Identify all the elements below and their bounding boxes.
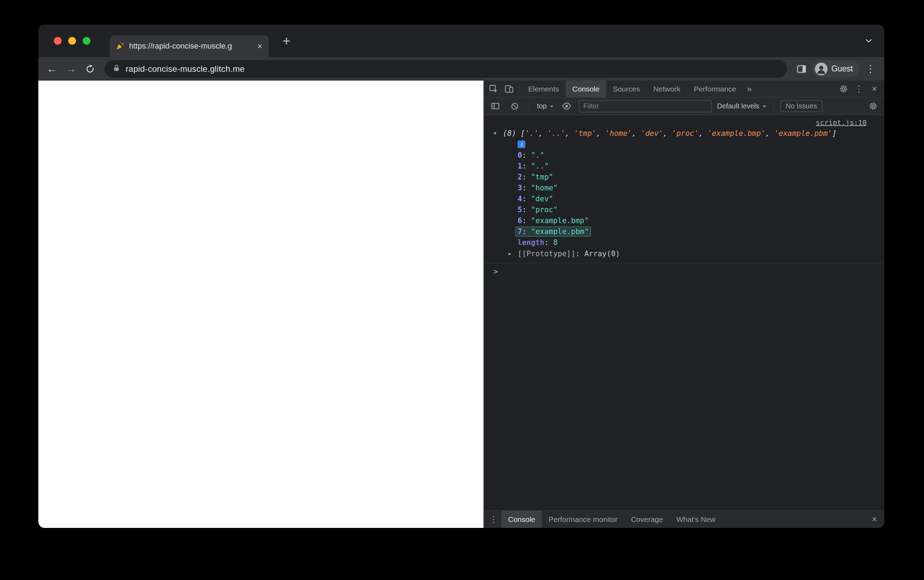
- devtools-tabbar-tabs: ElementsConsoleSourcesNetworkPerformance: [521, 81, 743, 97]
- address-bar[interactable]: rapid-concise-muscle.glitch.me: [105, 60, 787, 78]
- preview-open: (8) [: [503, 129, 525, 138]
- console-prompt[interactable]: >: [484, 263, 884, 276]
- array-children: i 0: "."1: ".."2: "tmp"3: "home"4: "dev"…: [494, 140, 876, 259]
- console-toolbar: top Default levels No Issues: [484, 97, 884, 115]
- prototype-value: Array(0): [584, 249, 620, 258]
- preview-string: '.': [525, 129, 538, 138]
- drawer-tab-console[interactable]: Console: [501, 511, 542, 528]
- tab-performance[interactable]: Performance: [687, 81, 743, 97]
- prototype-row[interactable]: ▶[[Prototype]]: Array(0): [508, 248, 876, 259]
- divider: [529, 102, 529, 111]
- browser-menu-button[interactable]: ⋮: [862, 61, 879, 77]
- browser-window: https://rapid-concise-muscle.g × + ← → r…: [38, 25, 884, 528]
- tab-search-chevron-icon[interactable]: [864, 36, 874, 46]
- new-tab-button[interactable]: +: [278, 32, 295, 49]
- array-item-row[interactable]: 1: "..": [518, 161, 876, 172]
- more-tabs-button[interactable]: »: [743, 81, 756, 97]
- devtools-drawer: ⋮ ConsolePerformance monitorCoverageWhat…: [484, 510, 884, 528]
- console-message: script.js:10 ▼(8) ['.', '..', 'tmp', 'ho…: [484, 115, 884, 263]
- live-expression-eye-icon[interactable]: [559, 101, 575, 111]
- log-levels-label: Default levels: [717, 102, 759, 110]
- drawer-tabs: ConsolePerformance monitorCoverageWhat's…: [501, 511, 722, 528]
- filter-input[interactable]: [579, 100, 712, 112]
- array-item-row[interactable]: 5: "proc": [518, 204, 876, 215]
- profile-chip[interactable]: Guest: [812, 61, 860, 77]
- console-messages: script.js:10 ▼(8) ['.', '..', 'tmp', 'ho…: [484, 115, 884, 510]
- traffic-lights: [38, 37, 90, 45]
- divider: [774, 102, 774, 111]
- context-selector[interactable]: top: [536, 102, 555, 110]
- drawer-menu-icon[interactable]: ⋮: [486, 511, 501, 528]
- reload-button[interactable]: [82, 61, 98, 77]
- drawer-tab-what-s-new[interactable]: What's New: [669, 511, 722, 528]
- preview-string: 'tmp': [574, 129, 596, 138]
- side-panel-button[interactable]: [794, 61, 810, 77]
- info-icon: i: [518, 140, 525, 148]
- drawer-tab-coverage[interactable]: Coverage: [624, 511, 669, 528]
- devtools-tabbar: ElementsConsoleSourcesNetworkPerformance…: [484, 81, 884, 97]
- page-viewport: [38, 81, 483, 528]
- preview-string: '..': [547, 129, 565, 138]
- party-popper-favicon: [115, 41, 125, 51]
- browser-tab[interactable]: https://rapid-concise-muscle.g ×: [110, 35, 269, 57]
- minimize-window-button[interactable]: [68, 37, 76, 45]
- console-array-items: 0: "."1: ".."2: "tmp"3: "home"4: "dev"5:…: [518, 150, 876, 237]
- tab-console[interactable]: Console: [566, 81, 606, 97]
- length-value: 8: [553, 238, 558, 247]
- preview-string: 'example.pbm': [774, 129, 832, 138]
- collapse-triangle-icon[interactable]: ▶: [508, 248, 518, 259]
- array-item-row[interactable]: 2: "tmp": [518, 172, 876, 183]
- drawer-tab-performance-monitor[interactable]: Performance monitor: [542, 511, 624, 528]
- length-label: length: [518, 238, 544, 247]
- close-tab-icon[interactable]: ×: [256, 41, 263, 51]
- source-link[interactable]: script.js:10: [816, 118, 867, 127]
- expand-triangle-icon[interactable]: ▼: [494, 128, 503, 139]
- tab-strip: https://rapid-concise-muscle.g × +: [38, 25, 884, 57]
- prototype-label: [[Prototype]]: [518, 249, 575, 258]
- clear-console-icon[interactable]: [507, 102, 523, 111]
- devtools-panel: ElementsConsoleSourcesNetworkPerformance…: [483, 81, 884, 528]
- lock-icon: [112, 64, 121, 74]
- profile-label: Guest: [832, 64, 853, 74]
- drawer-close-icon[interactable]: ×: [866, 511, 882, 528]
- log-levels-selector[interactable]: Default levels: [716, 102, 768, 110]
- preview-string: 'dev': [641, 129, 663, 138]
- console-sidebar-icon[interactable]: [487, 101, 503, 111]
- array-item-row[interactable]: 7: "example.pbm": [518, 226, 876, 237]
- tab-network[interactable]: Network: [647, 81, 687, 97]
- close-window-button[interactable]: [54, 37, 62, 45]
- prompt-chevron-icon: >: [493, 267, 498, 276]
- preview-string: 'proc': [672, 129, 699, 138]
- forward-button[interactable]: →: [63, 61, 79, 77]
- array-preview-items: '.', '..', 'tmp', 'home', 'dev', 'proc',…: [525, 129, 832, 138]
- window-content: ElementsConsoleSourcesNetworkPerformance…: [38, 81, 884, 528]
- tab-sources[interactable]: Sources: [606, 81, 647, 97]
- array-item-row[interactable]: 3: "home": [518, 183, 876, 194]
- avatar-icon: [815, 63, 828, 75]
- array-item-row[interactable]: 0: ".": [518, 150, 876, 161]
- tab-title: https://rapid-concise-muscle.g: [129, 41, 252, 51]
- context-label: top: [537, 102, 547, 110]
- console-settings-gear-icon[interactable]: [865, 101, 881, 111]
- inspect-element-icon[interactable]: [486, 81, 501, 97]
- browser-toolbar: ← → rapid-concise-muscle.glitch.me: [38, 57, 884, 81]
- divider: [519, 84, 520, 94]
- device-toolbar-icon[interactable]: [501, 81, 517, 97]
- issues-counter[interactable]: No Issues: [781, 100, 822, 112]
- preview-close: ]: [832, 129, 837, 138]
- devtools-menu-icon[interactable]: ⋮: [851, 81, 866, 97]
- url-text: rapid-concise-muscle.glitch.me: [126, 64, 245, 74]
- settings-gear-icon[interactable]: [836, 81, 851, 97]
- chevron-down-icon: [763, 105, 766, 109]
- devtools-close-icon[interactable]: ×: [866, 81, 882, 97]
- array-item-row[interactable]: 6: "example.bmp": [518, 215, 876, 226]
- array-preview[interactable]: ▼(8) ['.', '..', 'tmp', 'home', 'dev', '…: [494, 128, 876, 139]
- tab-elements[interactable]: Elements: [521, 81, 566, 97]
- array-item-row[interactable]: 4: "dev": [518, 194, 876, 204]
- back-button[interactable]: ←: [44, 61, 60, 77]
- chevron-down-icon: [550, 105, 554, 109]
- length-row: length: 8: [518, 237, 876, 248]
- preview-string: 'home': [605, 129, 632, 138]
- fullscreen-window-button[interactable]: [83, 37, 90, 45]
- preview-string: 'example.bmp': [708, 129, 765, 138]
